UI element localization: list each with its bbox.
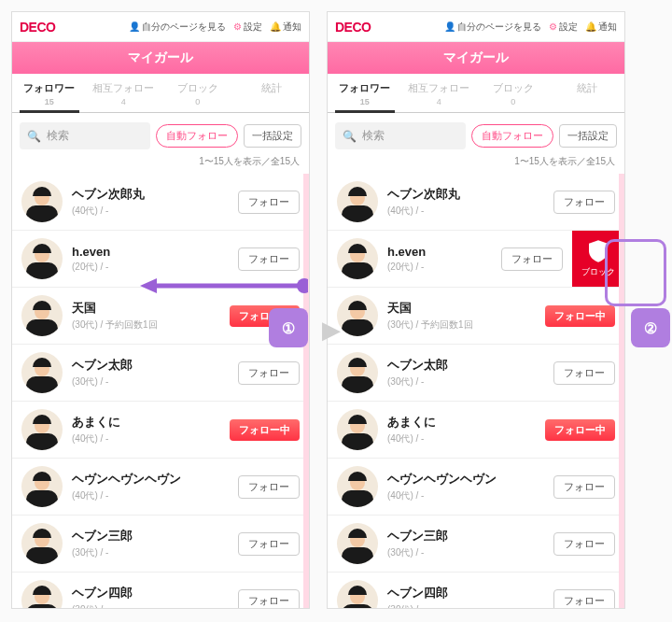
follow-button[interactable]: フォロー xyxy=(553,532,615,556)
link-settings[interactable]: ⚙設定 xyxy=(549,21,578,34)
listing-count: 1〜15人を表示／全15人 xyxy=(12,155,309,174)
user-info: ヘブン三郎(30代) / - xyxy=(72,528,229,559)
tab-label: ブロック xyxy=(493,82,534,93)
user-info: あまくに(40代) / - xyxy=(72,414,220,445)
tab-2[interactable]: ブロック0 xyxy=(476,74,551,112)
link-notify[interactable]: 🔔通知 xyxy=(585,21,617,34)
avatar xyxy=(337,523,378,564)
tab-0[interactable]: フォロワー15 xyxy=(12,74,87,112)
auto-follow-button[interactable]: 自動フォロー xyxy=(156,124,238,148)
person-icon: 👤 xyxy=(129,21,140,32)
link-mypage[interactable]: 👤自分のページを見る xyxy=(129,21,226,34)
follower-list: ヘブン次郎丸(40代) / -フォローh.even(20代) / -フォローブロ… xyxy=(328,174,624,609)
follow-button[interactable]: フォロー xyxy=(553,589,615,610)
link-settings[interactable]: ⚙設定 xyxy=(233,21,262,34)
follow-button[interactable]: フォロー xyxy=(238,532,300,556)
user-meta: (30代) / - xyxy=(387,546,544,559)
list-item[interactable]: 天国(30代) / 予約回数1回フォロー中 xyxy=(328,288,624,345)
user-meta: (40代) / - xyxy=(387,205,544,218)
following-button[interactable]: フォロー中 xyxy=(545,305,615,327)
user-info: h.even(20代) / - xyxy=(72,245,229,274)
link-notify[interactable]: 🔔通知 xyxy=(270,21,301,34)
avatar xyxy=(337,352,378,393)
bell-icon: 🔔 xyxy=(585,21,596,32)
auto-follow-button[interactable]: 自動フォロー xyxy=(471,124,553,148)
follow-button[interactable]: フォロー xyxy=(238,475,300,499)
list-item[interactable]: ヘブン太郎(30代) / -フォロー xyxy=(12,345,309,402)
user-name: h.even xyxy=(72,245,229,259)
tab-2[interactable]: ブロック0 xyxy=(161,74,235,112)
tab-count: 0 xyxy=(476,97,551,106)
tab-label: ブロック xyxy=(177,82,218,93)
search-input[interactable]: 🔍検索 xyxy=(20,122,150,149)
tab-label: フォロワー xyxy=(23,82,75,93)
tab-0[interactable]: フォロワー15 xyxy=(328,74,402,112)
list-item[interactable]: h.even(20代) / -フォロー xyxy=(12,231,309,288)
block-action[interactable]: ブロック xyxy=(572,231,624,287)
list-item[interactable]: ヘブン三郎(30代) / -フォロー xyxy=(328,516,624,573)
follower-list: ヘブン次郎丸(40代) / -フォローh.even(20代) / -フォロー天国… xyxy=(12,174,309,609)
follow-button[interactable]: フォロー xyxy=(238,361,300,385)
user-info: 天国(30代) / 予約回数1回 xyxy=(72,300,220,332)
list-item[interactable]: ヘブン四郎(30代) / -フォロー xyxy=(328,573,624,609)
user-meta: (30代) / - xyxy=(72,603,229,609)
search-input[interactable]: 🔍検索 xyxy=(335,122,466,149)
follow-button[interactable]: フォロー xyxy=(553,475,615,499)
follow-button[interactable]: フォロー xyxy=(238,191,300,214)
list-item[interactable]: ヘヴンヘヴンヘヴン(40代) / -フォロー xyxy=(12,459,309,516)
avatar xyxy=(337,181,378,222)
swipe-edge-indicator xyxy=(619,174,624,609)
list-item[interactable]: ヘブン次郎丸(40代) / -フォロー xyxy=(12,174,309,231)
search-placeholder: 検索 xyxy=(362,128,385,144)
avatar xyxy=(21,523,63,564)
link-settings-label: 設定 xyxy=(244,21,262,32)
follow-button[interactable]: フォロー xyxy=(553,191,615,214)
tab-label: 統計 xyxy=(261,82,282,93)
list-item[interactable]: ヘヴンヘヴンヘヴン(40代) / -フォロー xyxy=(328,459,624,516)
tab-1[interactable]: 相互フォロー4 xyxy=(402,74,477,112)
list-item[interactable]: h.even(20代) / -フォローブロック xyxy=(328,231,624,288)
link-mypage[interactable]: 👤自分のページを見る xyxy=(444,21,541,34)
top-links: 👤自分のページを見る⚙設定🔔通知 xyxy=(129,21,301,34)
avatar xyxy=(337,466,378,507)
user-name: ヘヴンヘヴンヘヴン xyxy=(387,471,544,488)
page-title-banner: マイガール xyxy=(328,42,624,74)
avatar xyxy=(21,580,63,609)
avatar xyxy=(21,181,63,222)
user-meta: (20代) / - xyxy=(387,261,492,274)
list-item[interactable]: ヘブン太郎(30代) / -フォロー xyxy=(328,345,624,402)
user-info: ヘブン次郎丸(40代) / - xyxy=(387,186,544,218)
list-item[interactable]: ヘブン次郎丸(40代) / -フォロー xyxy=(328,174,624,231)
tab-1[interactable]: 相互フォロー4 xyxy=(87,74,161,112)
list-item[interactable]: 天国(30代) / 予約回数1回フォロー中 xyxy=(12,288,309,345)
phone-panel-right: DECO👤自分のページを見る⚙設定🔔通知マイガールフォロワー15相互フォロー4ブ… xyxy=(327,11,625,609)
user-name: ヘブン三郎 xyxy=(387,528,544,544)
user-info: ヘブン三郎(30代) / - xyxy=(387,528,544,559)
following-button[interactable]: フォロー中 xyxy=(545,419,615,441)
tab-count xyxy=(551,97,625,106)
search-row: 🔍検索自動フォロー一括設定 xyxy=(12,113,309,155)
follow-button[interactable]: フォロー xyxy=(501,247,563,271)
list-item[interactable]: あまくに(40代) / -フォロー中 xyxy=(12,402,309,459)
gear-icon: ⚙ xyxy=(549,21,557,32)
tab-3[interactable]: 統計 xyxy=(235,74,310,112)
tab-3[interactable]: 統計 xyxy=(551,74,625,112)
batch-settings-button[interactable]: 一括設定 xyxy=(559,124,617,148)
following-button[interactable]: フォロー中 xyxy=(230,305,300,327)
list-item[interactable]: ヘブン四郎(30代) / -フォロー xyxy=(12,573,309,609)
block-label: ブロック xyxy=(581,266,615,278)
topbar: DECO👤自分のページを見る⚙設定🔔通知 xyxy=(12,12,309,42)
following-button[interactable]: フォロー中 xyxy=(230,419,300,441)
user-meta: (40代) / - xyxy=(72,489,229,502)
list-item[interactable]: ヘブン三郎(30代) / -フォロー xyxy=(12,516,309,573)
user-meta: (30代) / - xyxy=(387,375,544,389)
batch-settings-button[interactable]: 一括設定 xyxy=(244,124,301,148)
list-item[interactable]: あまくに(40代) / -フォロー中 xyxy=(328,402,624,459)
user-meta: (30代) / - xyxy=(387,603,544,609)
follow-button[interactable]: フォロー xyxy=(238,589,300,610)
avatar xyxy=(21,295,63,336)
user-meta: (40代) / - xyxy=(387,432,536,445)
follow-button[interactable]: フォロー xyxy=(553,361,615,385)
user-info: ヘブン太郎(30代) / - xyxy=(72,357,229,389)
follow-button[interactable]: フォロー xyxy=(238,247,300,271)
